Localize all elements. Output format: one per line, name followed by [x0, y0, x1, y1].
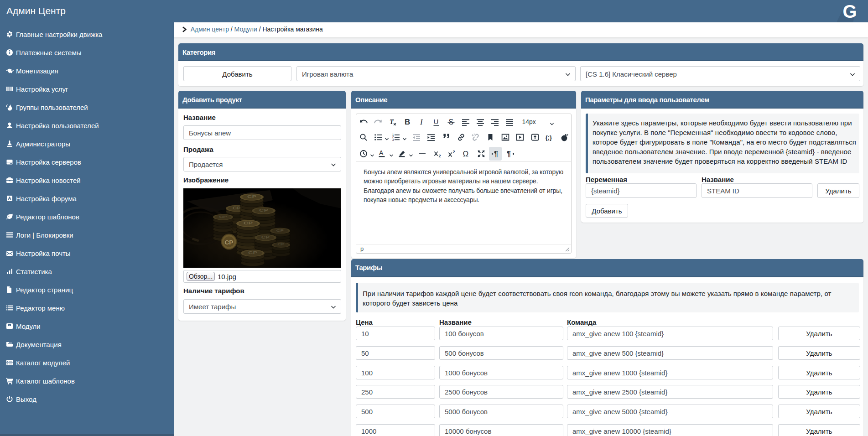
svg-text:CP: CP: [276, 228, 284, 232]
svg-text:CP: CP: [247, 194, 256, 199]
svg-text:2: 2: [438, 154, 441, 158]
svg-text:¶: ¶: [494, 150, 498, 158]
svg-text:A: A: [379, 149, 384, 156]
svg-text:T: T: [390, 118, 394, 125]
svg-text:CP: CP: [248, 250, 257, 255]
svg-text:CP: CP: [219, 215, 227, 218]
svg-text:CP: CP: [261, 235, 270, 239]
svg-text:G: G: [842, 1, 857, 21]
svg-text:U: U: [434, 118, 439, 125]
svg-text:B: B: [405, 118, 410, 126]
svg-text:{;}: {;}: [545, 134, 551, 140]
svg-text:¶: ¶: [507, 150, 511, 158]
svg-text:CP: CP: [259, 208, 268, 213]
svg-text:2: 2: [453, 150, 455, 154]
svg-text:CP: CP: [244, 221, 253, 225]
svg-text:I: I: [420, 118, 423, 126]
svg-text:CP: CP: [233, 206, 241, 210]
svg-text:Ω: Ω: [463, 150, 469, 158]
svg-text:3: 3: [392, 138, 394, 141]
svg-text:CP: CP: [225, 239, 234, 246]
svg-text:CP: CP: [277, 243, 284, 246]
